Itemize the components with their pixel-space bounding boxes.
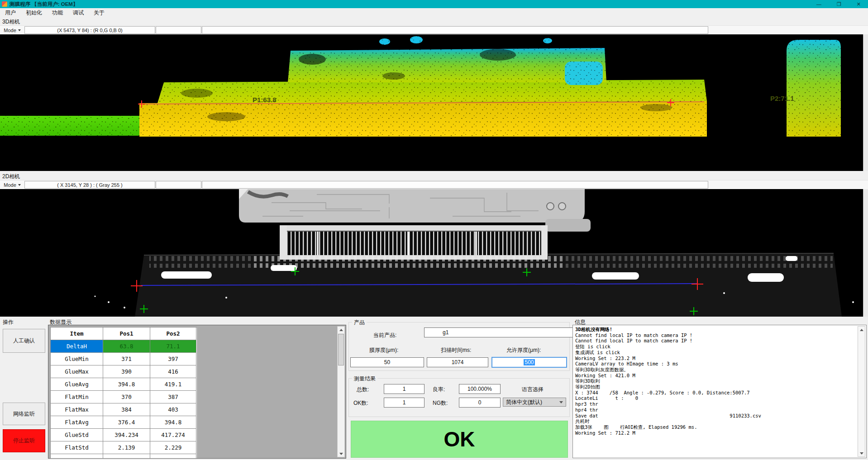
camera3d-mode-dropdown[interactable]: Mode (0, 26, 24, 34)
row-item: FlatAvg (51, 416, 103, 429)
menu-user[interactable]: 用户 (0, 8, 21, 18)
allowed-thickness-label: 允许厚度(μm): (506, 346, 541, 354)
row-pos2: 417.274 (150, 429, 196, 441)
scroll-down-icon[interactable] (858, 450, 865, 456)
yield-input[interactable]: 100.000% (459, 384, 501, 394)
maximize-button[interactable]: ❐ (837, 0, 841, 8)
log-line: Cannot find local IP to match camera IP … (575, 338, 857, 344)
measurement-table: Item Pos1 Pos2 DeltaH 63.8 71.1 GlueMin … (50, 327, 197, 459)
close-button[interactable]: ✕ (857, 0, 861, 8)
camera3d-view[interactable]: P1:63.8 P2:71.1 (0, 34, 868, 171)
table-row[interactable]: FlatAvg 376.4 394.8 (51, 416, 197, 429)
menu-function[interactable]: 功能 (47, 8, 68, 18)
scroll-up-icon[interactable] (338, 327, 344, 333)
log-line: Cannot find local IP to match camera IP … (575, 332, 857, 338)
camera3d-mode-label: Mode (4, 28, 16, 33)
log-line: 等到3D取到 (575, 378, 857, 384)
ok-count-input[interactable]: 1 (384, 398, 424, 408)
app-icon (2, 1, 7, 7)
operation-label: 操作 (3, 318, 14, 326)
camera2d-pixel-status: ( X 3145, Y 28 ) : ( Gray 255 ) (24, 181, 155, 189)
scroll-up-icon[interactable] (858, 327, 865, 333)
row-pos1: 2.139 (103, 441, 150, 454)
table-row[interactable]: FlatMin 370 387 (51, 391, 197, 403)
camera2d-mode-label: Mode (4, 182, 16, 188)
app-window: 测膜程序 【当前用户: OEM】 — ❐ ✕ 用户 初始化 功能 调试 关于 3… (0, 0, 868, 460)
camera3d-status-empty-1 (156, 26, 201, 34)
log-text: 3D相机没有网络! Cannot find local IP to match … (575, 327, 857, 436)
camera3d-label: 3D相机 (2, 18, 20, 26)
menu-debug[interactable]: 调试 (68, 8, 89, 18)
allowed-thickness-input[interactable]: 500 (491, 357, 567, 368)
row-item: X (51, 454, 103, 459)
row-pos1: 394.234 (103, 429, 150, 441)
camera2d-mode-dropdown[interactable]: Mode (0, 180, 24, 189)
total-count-input[interactable]: 1 (384, 384, 424, 394)
log-line: 登陆 is click (575, 344, 857, 350)
stop-listen-button[interactable]: 停止监听 (3, 429, 45, 452)
col-pos2: Pos2 (150, 327, 196, 340)
scrollbar-thumb[interactable] (338, 334, 344, 365)
table-row[interactable]: GlueStd 394.234 417.274 (51, 429, 197, 441)
camera3d-status-empty-2 (202, 26, 708, 34)
data-display-panel: Item Pos1 Pos2 DeltaH 63.8 71.1 GlueMin … (48, 325, 346, 459)
results-group: 测量结果 总数: 1 良率: 100.000% 语言选择 OK数: 1 NG数:… (348, 378, 570, 417)
product-group-label: 产品 (352, 319, 367, 327)
row-item: FlatMin (51, 391, 103, 403)
chevron-down-icon (18, 184, 21, 186)
menu-init[interactable]: 初始化 (21, 8, 47, 18)
table-row[interactable]: FlatStd 2.139 2.229 (51, 441, 197, 454)
info-log-panel: 3D相机没有网络! Cannot find local IP to match … (572, 325, 867, 458)
row-pos2: 71.1 (150, 340, 196, 353)
language-dropdown-value: 简体中文(默认) (506, 398, 542, 406)
row-pos1: 376.4 (103, 416, 150, 429)
log-line: 共耗时 (575, 418, 857, 424)
total-count-label: 总数: (357, 386, 369, 394)
scan-time-input[interactable]: 1074 (427, 357, 488, 367)
row-pos2: 403 (150, 403, 196, 416)
language-dropdown[interactable]: 简体中文(默认) (503, 398, 566, 407)
row-item: GlueMin (51, 353, 103, 365)
table-row[interactable]: FlatMax 384 403 (51, 403, 197, 416)
p2-annotation: P2:71.1 (770, 95, 794, 102)
row-pos1: 63.8 (103, 340, 150, 353)
row-pos2: 419.1 (150, 378, 196, 391)
table-row[interactable]: GlueAvg 394.8 419.1 (51, 378, 197, 391)
manual-confirm-button[interactable]: 人工确认 (3, 329, 45, 353)
camera2d-status-empty-1 (156, 181, 201, 189)
scroll-down-icon[interactable] (338, 451, 344, 457)
film-thickness-input[interactable]: 50 (350, 357, 424, 367)
network-listen-button[interactable]: 网络监听 (3, 403, 45, 425)
menu-about[interactable]: 关于 (89, 8, 110, 18)
row-pos2: 394.8 (150, 416, 196, 429)
table-row[interactable]: DeltaH 63.8 71.1 (51, 340, 197, 353)
current-product-input[interactable]: g1 (424, 327, 585, 337)
row-pos2: 416 (150, 365, 196, 378)
titlebar: 测膜程序 【当前用户: OEM】 — ❐ ✕ (0, 0, 868, 8)
ng-count-input[interactable]: 0 (459, 398, 501, 408)
camera2d-view[interactable] (0, 189, 868, 317)
camera3d-scrollbar[interactable] (863, 34, 868, 171)
table-row[interactable]: GlueMin 371 397 (51, 353, 197, 365)
col-item: Item (51, 327, 103, 340)
table-row[interactable]: GlueMax 390 416 (51, 365, 197, 378)
minimize-button[interactable]: — (816, 0, 821, 8)
yield-label: 良率: (433, 386, 445, 394)
row-pos1: 2583.5 (103, 454, 150, 459)
table-row[interactable]: X 2583.5 7966.7 (51, 454, 197, 459)
row-pos2: 387 (150, 391, 196, 403)
camera2d-scrollbar[interactable] (863, 189, 868, 317)
log-line: hpr4 thr (575, 407, 857, 413)
grayscale-image (0, 189, 868, 317)
row-pos2: 397 (150, 353, 196, 365)
table-scrollbar[interactable] (337, 326, 345, 457)
log-line: 等到3D取到灰度图数据。 (575, 367, 857, 373)
log-scrollbar[interactable] (858, 326, 865, 457)
log-line: X : 3744 /58 Angle : -0.279, Score : 0.0… (575, 390, 857, 396)
log-line: Save dat 9110233.csv (575, 413, 857, 419)
log-line: hpr3 thr (575, 401, 857, 407)
selected-text: 500 (524, 359, 534, 365)
row-item: FlatMax (51, 403, 103, 416)
heightmap-image: P1:63.8 P2:71.1 (0, 34, 868, 171)
row-item: FlatStd (51, 441, 103, 454)
